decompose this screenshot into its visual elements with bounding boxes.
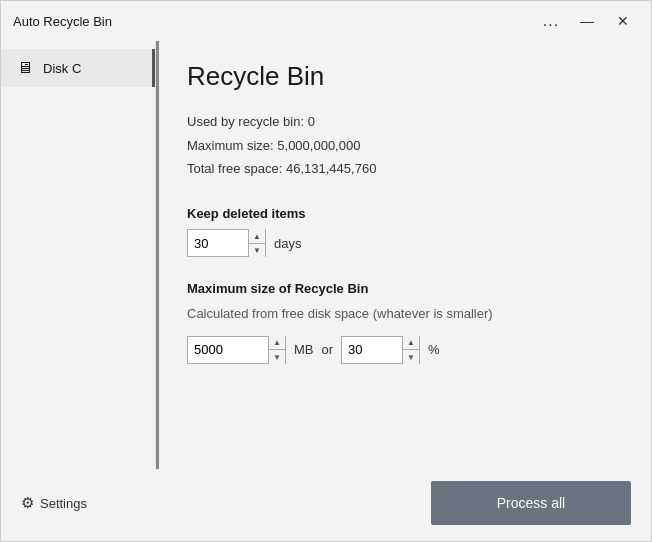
disk-icon: 🖥 <box>17 59 33 77</box>
days-spinner-buttons: ▲ ▼ <box>248 229 265 257</box>
mb-spinner-buttons: ▲ ▼ <box>268 336 285 364</box>
process-all-label: Process all <box>497 495 565 511</box>
close-button[interactable]: ✕ <box>607 7 639 35</box>
sidebar-item-label: Disk C <box>43 61 81 76</box>
mb-unit-label: MB <box>294 342 314 357</box>
mb-up-button[interactable]: ▲ <box>269 336 285 351</box>
days-spinner: ▲ ▼ <box>187 229 266 257</box>
page-title: Recycle Bin <box>187 61 623 92</box>
max-size-description: Calculated from free disk space (whateve… <box>187 304 623 324</box>
days-down-button[interactable]: ▼ <box>249 244 265 258</box>
max-size-input-row: ▲ ▼ MB or ▲ ▼ % <box>187 336 623 364</box>
minimize-button[interactable]: — <box>571 7 603 35</box>
content-area: 🖥 Disk C Recycle Bin Used by recycle bin… <box>1 41 651 469</box>
keep-section-label: Keep deleted items <box>187 206 623 221</box>
settings-link[interactable]: ⚙ Settings <box>21 494 87 512</box>
or-label: or <box>321 342 333 357</box>
title-bar-left: Auto Recycle Bin <box>13 14 112 29</box>
percent-spinner-buttons: ▲ ▼ <box>402 336 419 364</box>
percent-down-button[interactable]: ▼ <box>403 350 419 364</box>
keep-section: Keep deleted items ▲ ▼ days <box>187 202 623 277</box>
process-all-button[interactable]: Process all <box>431 481 631 525</box>
mb-input[interactable] <box>188 337 268 363</box>
max-size-section: Maximum size of Recycle Bin Calculated f… <box>187 277 623 384</box>
sidebar: 🖥 Disk C <box>1 41 156 469</box>
minimize-icon: — <box>580 13 594 29</box>
main-content: Recycle Bin Used by recycle bin: 0 Maxim… <box>159 41 651 469</box>
info-section: Used by recycle bin: 0 Maximum size: 5,0… <box>187 110 623 180</box>
percent-unit-label: % <box>428 342 440 357</box>
max-size-info: Maximum size: 5,000,000,000 <box>187 134 623 157</box>
gear-icon: ⚙ <box>21 494 34 512</box>
used-by-info: Used by recycle bin: 0 <box>187 110 623 133</box>
total-free-info: Total free space: 46,131,445,760 <box>187 157 623 180</box>
days-unit-label: days <box>274 236 301 251</box>
settings-label: Settings <box>40 496 87 511</box>
close-icon: ✕ <box>617 13 629 29</box>
app-window: Auto Recycle Bin ... — ✕ 🖥 Disk C Recycl… <box>0 0 652 542</box>
mb-down-button[interactable]: ▼ <box>269 350 285 364</box>
percent-up-button[interactable]: ▲ <box>403 336 419 351</box>
more-icon: ... <box>543 12 559 30</box>
mb-spinner: ▲ ▼ <box>187 336 286 364</box>
more-button[interactable]: ... <box>535 7 567 35</box>
keep-input-row: ▲ ▼ days <box>187 229 623 257</box>
percent-spinner: ▲ ▼ <box>341 336 420 364</box>
percent-input[interactable] <box>342 337 402 363</box>
title-bar: Auto Recycle Bin ... — ✕ <box>1 1 651 41</box>
max-size-section-label: Maximum size of Recycle Bin <box>187 281 623 296</box>
days-input[interactable] <box>188 230 248 256</box>
app-title: Auto Recycle Bin <box>13 14 112 29</box>
footer: ⚙ Settings Process all <box>1 469 651 541</box>
title-bar-controls: ... — ✕ <box>535 7 639 35</box>
days-up-button[interactable]: ▲ <box>249 229 265 244</box>
sidebar-item-disk-c[interactable]: 🖥 Disk C <box>1 49 155 87</box>
